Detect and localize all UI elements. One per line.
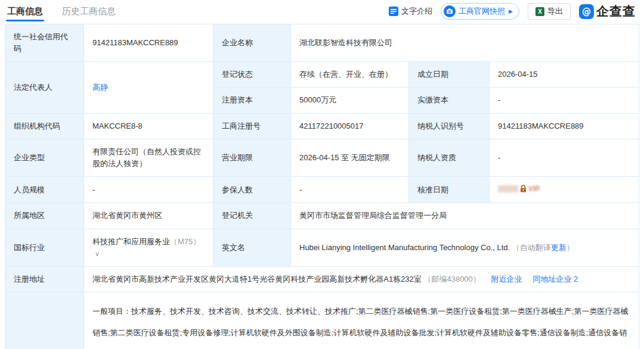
qcc-logo-icon: @: [579, 4, 594, 19]
taxpayer-id-value: 91421183MAKCCRE889: [490, 113, 639, 139]
auto-translate-note-close: ）: [566, 243, 574, 252]
industry-name: 科技推广和应用服务业: [92, 237, 170, 246]
industry-code: （M75）: [170, 237, 200, 246]
svg-text:@: @: [582, 7, 591, 17]
reg-capital-label: 注册资本: [213, 88, 291, 113]
vip-badge: VIP: [528, 183, 540, 195]
qcc-logo[interactable]: @ 企查查: [579, 3, 636, 20]
legal-rep-link[interactable]: 高静: [92, 83, 108, 92]
reg-number-value: 421172210005017: [291, 113, 409, 139]
table-row: 所属地区 湖北省黄冈市黄州区 登记机关 黄冈市市场监督管理局综合监督管理一分局: [5, 203, 639, 229]
credit-code-value: 91421183MAKCCRE889: [84, 24, 213, 62]
table-row: 国标行业 科技推广和应用服务业（M75）∨ 英文名 Hubei Lianying…: [5, 229, 639, 266]
reg-status-label: 登记状态: [213, 62, 291, 88]
reg-address-value: 湖北省黄冈市高新技术产业开发区黄冈大道特1号光谷黄冈科技产业园高新技术孵化器A1…: [84, 266, 639, 292]
reg-capital-value: 50000万元: [291, 88, 409, 113]
export-button[interactable]: X 导出: [528, 3, 571, 20]
tab-business-info[interactable]: 工商信息: [6, 0, 44, 23]
org-code-label: 组织机构代码: [5, 113, 84, 139]
region-label: 所属地区: [5, 203, 84, 229]
business-info-table: 统一社会信用代码 91421183MAKCCRE889 企业名称 湖北联影智造科…: [5, 24, 639, 349]
taxpayer-qualification-label: 纳税人资质: [409, 139, 490, 176]
play-arrow-icon: ▶: [509, 8, 513, 14]
business-scope-value: 一般项目：技术服务、技术开发、技术咨询、技术交流、技术转让、技术推广;第二类医疗…: [84, 292, 639, 349]
excel-icon: X: [535, 7, 544, 16]
table-row: 组织机构代码 MAKCCRE8-8 工商注册号 421172210005017 …: [5, 113, 639, 139]
svg-text:X: X: [538, 8, 542, 15]
lock-icon: [519, 185, 527, 193]
paid-capital-value: -: [490, 88, 639, 113]
qcc-logo-text: 企查查: [596, 3, 636, 20]
company-type-label: 企业类型: [5, 139, 84, 176]
chevron-down-icon[interactable]: ∨: [95, 250, 100, 257]
nearby-companies-link[interactable]: 附近企业: [491, 275, 522, 283]
same-address-companies-link[interactable]: 同地址企业 2: [532, 275, 578, 283]
table-row: 法定代表人 高静 登记状态 存续（在营、开业、在册） 成立日期 2026-04-…: [5, 62, 639, 88]
camera-icon: [444, 5, 456, 17]
reg-number-label: 工商注册号: [213, 113, 291, 139]
english-name-text: Hubei Lianying Intelligent Manufacturing…: [299, 243, 510, 252]
legal-rep-value: 高静: [84, 62, 213, 113]
est-date-label: 成立日期: [409, 62, 490, 88]
insured-count-value: -: [291, 176, 409, 202]
official-snapshot-label: 工商官网快照: [459, 6, 505, 17]
reg-status-value: 存续（在营、开业、在册）: [291, 62, 409, 88]
region-value: 湖北省黄冈市黄州区: [84, 203, 213, 229]
legal-rep-label: 法定代表人: [5, 62, 84, 113]
staff-size-label: 人员规模: [5, 176, 84, 202]
header-toolbar: 文字介绍 工商官网快照 ▶ X 导出 @ 企查查: [389, 3, 636, 20]
blurred-value: [498, 185, 518, 192]
approval-date-label: 核准日期: [409, 176, 490, 202]
english-name-label: 英文名: [213, 229, 291, 266]
address-links: 附近企业同地址企业 2: [491, 275, 578, 283]
business-scope-label: 经营范围: [5, 292, 84, 349]
industry-label: 国标行业: [5, 229, 84, 266]
paid-capital-label: 实缴资本: [409, 88, 490, 113]
reg-address-text: 湖北省黄冈市高新技术产业开发区黄冈大道特1号光谷黄冈科技产业园高新技术孵化器A1…: [92, 275, 422, 283]
english-name-value: Hubei Lianying Intelligent Manufacturing…: [291, 229, 639, 266]
table-row: 注册地址 湖北省黄冈市高新技术产业开发区黄冈大道特1号光谷黄冈科技产业园高新技术…: [5, 266, 639, 292]
approval-date-value: VIP: [490, 176, 639, 202]
company-name-value: 湖北联影智造科技有限公司: [291, 24, 639, 62]
reg-address-label: 注册地址: [5, 266, 84, 292]
company-type-value: 有限责任公司（自然人投资或控股的法人独资）: [84, 139, 213, 176]
staff-size-value: -: [84, 176, 213, 202]
business-term-label: 营业期限: [213, 139, 291, 176]
company-name-label: 企业名称: [213, 24, 291, 62]
vip-locked-value[interactable]: VIP: [498, 183, 540, 195]
tab-history-business-info[interactable]: 历史工商信息: [61, 0, 117, 23]
reg-authority-label: 登记机关: [213, 203, 291, 229]
business-term-value: 2026-04-15 至 无固定期限: [291, 139, 409, 176]
est-date-value: 2026-04-15: [490, 62, 639, 88]
table-row: 人员规模 - 参保人数 - 核准日期 VIP: [5, 176, 639, 202]
insured-count-label: 参保人数: [213, 176, 291, 202]
text-intro-icon: [389, 7, 398, 16]
org-code-value: MAKCCRE8-8: [84, 113, 213, 139]
text-intro-label: 文字介绍: [401, 6, 432, 17]
table-row: 统一社会信用代码 91421183MAKCCRE889 企业名称 湖北联影智造科…: [5, 24, 639, 62]
auto-translate-note: （自动翻译: [512, 243, 551, 252]
reg-authority-value: 黄冈市市场监督管理局综合监督管理一分局: [291, 203, 639, 229]
taxpayer-qualification-value: -: [490, 139, 639, 176]
text-intro-button[interactable]: 文字介绍: [389, 6, 432, 17]
industry-value: 科技推广和应用服务业（M75）∨: [84, 229, 213, 266]
official-snapshot-button[interactable]: 工商官网快照 ▶: [441, 3, 519, 20]
credit-code-label: 统一社会信用代码: [5, 24, 84, 62]
translate-update-link[interactable]: 更新: [551, 243, 566, 252]
table-row: 经营范围 一般项目：技术服务、技术开发、技术咨询、技术交流、技术转让、技术推广;…: [5, 292, 639, 349]
tab-bar: 工商信息 历史工商信息: [6, 0, 117, 23]
export-label: 导出: [547, 6, 563, 17]
table-row: 企业类型 有限责任公司（自然人投资或控股的法人独资） 营业期限 2026-04-…: [5, 139, 639, 176]
page-header: 工商信息 历史工商信息 文字介绍 工商官网快照 ▶ X 导出 @ 企查: [0, 0, 644, 23]
postcode-text: （邮编438000）: [423, 275, 480, 283]
taxpayer-id-label: 纳税人识别号: [409, 113, 490, 139]
